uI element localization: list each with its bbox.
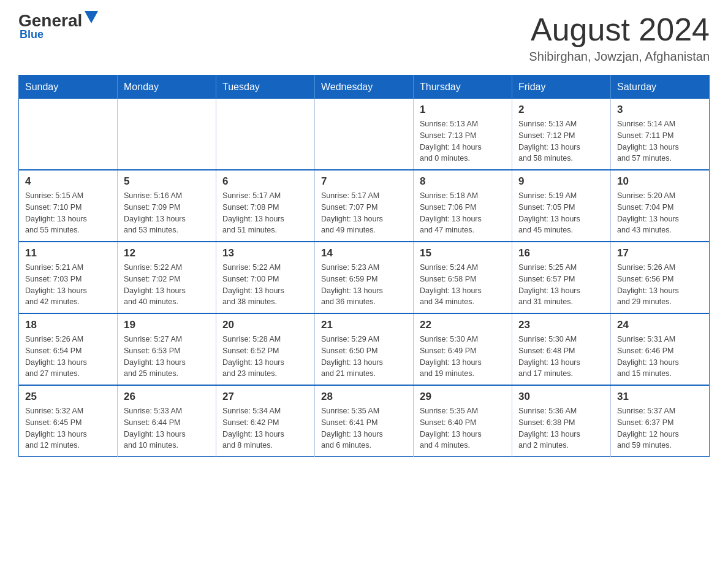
- day-info: Sunrise: 5:37 AM Sunset: 6:37 PM Dayligh…: [617, 405, 703, 451]
- day-info: Sunrise: 5:32 AM Sunset: 6:45 PM Dayligh…: [25, 405, 111, 451]
- day-number: 9: [518, 175, 604, 188]
- day-info: Sunrise: 5:31 AM Sunset: 6:46 PM Dayligh…: [617, 334, 703, 380]
- day-info: Sunrise: 5:17 AM Sunset: 7:07 PM Dayligh…: [321, 190, 407, 236]
- calendar-cell: 14Sunrise: 5:23 AM Sunset: 6:59 PM Dayli…: [315, 242, 414, 313]
- day-number: 25: [25, 391, 111, 403]
- calendar-cell: 25Sunrise: 5:32 AM Sunset: 6:45 PM Dayli…: [19, 385, 118, 457]
- day-number: 26: [124, 391, 210, 403]
- day-info: Sunrise: 5:30 AM Sunset: 6:48 PM Dayligh…: [518, 334, 604, 380]
- calendar-title-area: August 2024 Shibirghan, Jowzjan, Afghani…: [529, 12, 710, 64]
- day-of-week-header: Thursday: [414, 75, 512, 99]
- day-info: Sunrise: 5:13 AM Sunset: 7:13 PM Dayligh…: [420, 118, 506, 164]
- day-info: Sunrise: 5:14 AM Sunset: 7:11 PM Dayligh…: [617, 118, 703, 164]
- day-info: Sunrise: 5:25 AM Sunset: 6:57 PM Dayligh…: [518, 262, 604, 308]
- day-info: Sunrise: 5:28 AM Sunset: 6:52 PM Dayligh…: [222, 334, 308, 380]
- day-number: 12: [124, 247, 210, 259]
- calendar-cell: 8Sunrise: 5:18 AM Sunset: 7:06 PM Daylig…: [414, 170, 512, 242]
- calendar-cell: 19Sunrise: 5:27 AM Sunset: 6:53 PM Dayli…: [118, 313, 216, 385]
- day-number: 1: [420, 104, 506, 116]
- calendar-cell: 28Sunrise: 5:35 AM Sunset: 6:41 PM Dayli…: [315, 385, 414, 457]
- day-of-week-header: Saturday: [611, 75, 710, 99]
- calendar-cell: 23Sunrise: 5:30 AM Sunset: 6:48 PM Dayli…: [512, 313, 611, 385]
- calendar-cell: 16Sunrise: 5:25 AM Sunset: 6:57 PM Dayli…: [512, 242, 611, 313]
- svg-marker-0: [85, 11, 98, 23]
- day-of-week-header: Monday: [118, 75, 216, 99]
- logo-blue-text: Blue: [20, 28, 44, 41]
- logo: General Blue: [18, 12, 98, 41]
- day-number: 30: [518, 391, 604, 403]
- calendar-week-row: 18Sunrise: 5:26 AM Sunset: 6:54 PM Dayli…: [19, 313, 710, 385]
- day-info: Sunrise: 5:27 AM Sunset: 6:53 PM Dayligh…: [124, 334, 210, 380]
- calendar-header: SundayMondayTuesdayWednesdayThursdayFrid…: [19, 75, 710, 99]
- day-info: Sunrise: 5:23 AM Sunset: 6:59 PM Dayligh…: [321, 262, 407, 308]
- day-info: Sunrise: 5:22 AM Sunset: 7:02 PM Dayligh…: [124, 262, 210, 308]
- day-info: Sunrise: 5:22 AM Sunset: 7:00 PM Dayligh…: [222, 262, 308, 308]
- calendar-cell: 24Sunrise: 5:31 AM Sunset: 6:46 PM Dayli…: [611, 313, 710, 385]
- day-info: Sunrise: 5:18 AM Sunset: 7:06 PM Dayligh…: [420, 190, 506, 236]
- day-number: 4: [25, 175, 111, 188]
- day-info: Sunrise: 5:26 AM Sunset: 6:54 PM Dayligh…: [25, 334, 111, 380]
- calendar-body: 1Sunrise: 5:13 AM Sunset: 7:13 PM Daylig…: [19, 99, 710, 457]
- calendar-cell: 18Sunrise: 5:26 AM Sunset: 6:54 PM Dayli…: [19, 313, 118, 385]
- day-number: 5: [124, 175, 210, 188]
- day-number: 10: [617, 175, 703, 188]
- day-number: 29: [420, 391, 506, 403]
- day-number: 3: [617, 104, 703, 116]
- day-info: Sunrise: 5:35 AM Sunset: 6:40 PM Dayligh…: [420, 405, 506, 451]
- day-info: Sunrise: 5:30 AM Sunset: 6:49 PM Dayligh…: [420, 334, 506, 380]
- day-number: 21: [321, 319, 407, 331]
- day-info: Sunrise: 5:26 AM Sunset: 6:56 PM Dayligh…: [617, 262, 703, 308]
- calendar-cell: 10Sunrise: 5:20 AM Sunset: 7:04 PM Dayli…: [611, 170, 710, 242]
- calendar-week-row: 1Sunrise: 5:13 AM Sunset: 7:13 PM Daylig…: [19, 99, 710, 170]
- day-number: 23: [518, 319, 604, 331]
- days-of-week-row: SundayMondayTuesdayWednesdayThursdayFrid…: [19, 75, 710, 99]
- day-number: 24: [617, 319, 703, 331]
- calendar-cell: 17Sunrise: 5:26 AM Sunset: 6:56 PM Dayli…: [611, 242, 710, 313]
- day-number: 13: [222, 247, 308, 259]
- day-number: 15: [420, 247, 506, 259]
- calendar-cell: 29Sunrise: 5:35 AM Sunset: 6:40 PM Dayli…: [414, 385, 512, 457]
- calendar-table: SundayMondayTuesdayWednesdayThursdayFrid…: [18, 75, 710, 457]
- day-number: 22: [420, 319, 506, 331]
- calendar-cell: [216, 99, 315, 170]
- day-info: Sunrise: 5:29 AM Sunset: 6:50 PM Dayligh…: [321, 334, 407, 380]
- day-of-week-header: Wednesday: [315, 75, 414, 99]
- day-info: Sunrise: 5:20 AM Sunset: 7:04 PM Dayligh…: [617, 190, 703, 236]
- calendar-subtitle: Shibirghan, Jowzjan, Afghanistan: [529, 50, 710, 64]
- calendar-cell: 3Sunrise: 5:14 AM Sunset: 7:11 PM Daylig…: [611, 99, 710, 170]
- calendar-cell: 2Sunrise: 5:13 AM Sunset: 7:12 PM Daylig…: [512, 99, 611, 170]
- calendar-cell: 20Sunrise: 5:28 AM Sunset: 6:52 PM Dayli…: [216, 313, 315, 385]
- calendar-cell: 7Sunrise: 5:17 AM Sunset: 7:07 PM Daylig…: [315, 170, 414, 242]
- calendar-cell: [315, 99, 414, 170]
- day-number: 2: [518, 104, 604, 116]
- logo-general-text: General: [18, 12, 82, 29]
- calendar-cell: 6Sunrise: 5:17 AM Sunset: 7:08 PM Daylig…: [216, 170, 315, 242]
- calendar-cell: [19, 99, 118, 170]
- day-info: Sunrise: 5:34 AM Sunset: 6:42 PM Dayligh…: [222, 405, 308, 451]
- calendar-cell: 30Sunrise: 5:36 AM Sunset: 6:38 PM Dayli…: [512, 385, 611, 457]
- day-number: 7: [321, 175, 407, 188]
- day-info: Sunrise: 5:15 AM Sunset: 7:10 PM Dayligh…: [25, 190, 111, 236]
- day-info: Sunrise: 5:13 AM Sunset: 7:12 PM Dayligh…: [518, 118, 604, 164]
- day-of-week-header: Sunday: [19, 75, 118, 99]
- calendar-cell: 13Sunrise: 5:22 AM Sunset: 7:00 PM Dayli…: [216, 242, 315, 313]
- day-number: 27: [222, 391, 308, 403]
- calendar-cell: 26Sunrise: 5:33 AM Sunset: 6:44 PM Dayli…: [118, 385, 216, 457]
- day-info: Sunrise: 5:21 AM Sunset: 7:03 PM Dayligh…: [25, 262, 111, 308]
- day-number: 28: [321, 391, 407, 403]
- day-number: 17: [617, 247, 703, 259]
- day-number: 8: [420, 175, 506, 188]
- day-of-week-header: Tuesday: [216, 75, 315, 99]
- calendar-week-row: 4Sunrise: 5:15 AM Sunset: 7:10 PM Daylig…: [19, 170, 710, 242]
- day-info: Sunrise: 5:16 AM Sunset: 7:09 PM Dayligh…: [124, 190, 210, 236]
- day-number: 18: [25, 319, 111, 331]
- logo-triangle-icon: [85, 11, 98, 23]
- calendar-cell: 1Sunrise: 5:13 AM Sunset: 7:13 PM Daylig…: [414, 99, 512, 170]
- calendar-cell: 21Sunrise: 5:29 AM Sunset: 6:50 PM Dayli…: [315, 313, 414, 385]
- calendar-week-row: 25Sunrise: 5:32 AM Sunset: 6:45 PM Dayli…: [19, 385, 710, 457]
- day-info: Sunrise: 5:24 AM Sunset: 6:58 PM Dayligh…: [420, 262, 506, 308]
- day-info: Sunrise: 5:19 AM Sunset: 7:05 PM Dayligh…: [518, 190, 604, 236]
- day-number: 16: [518, 247, 604, 259]
- calendar-cell: 12Sunrise: 5:22 AM Sunset: 7:02 PM Dayli…: [118, 242, 216, 313]
- day-number: 19: [124, 319, 210, 331]
